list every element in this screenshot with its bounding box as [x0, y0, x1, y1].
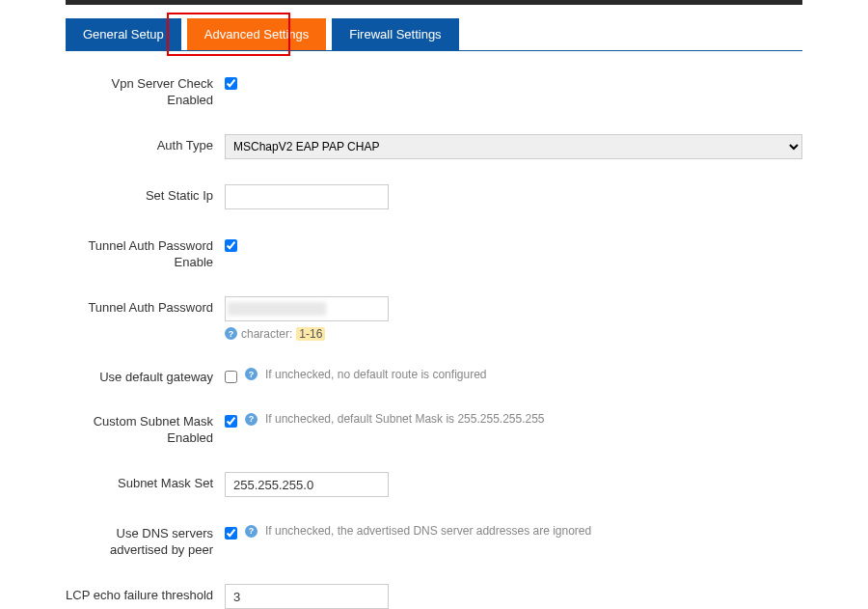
label-default-gw: Use default gateway — [66, 366, 225, 386]
label-subnet-enabled: Custom Subnet Mask Enabled — [66, 410, 225, 447]
input-tunnel-pw[interactable] — [228, 302, 326, 316]
input-lcp-fail[interactable] — [225, 584, 389, 609]
checkbox-tunnel-pw-enable[interactable] — [225, 239, 237, 252]
info-icon: ? — [225, 327, 237, 340]
label-tunnel-pw-enable: Tunnel Auth Password Enable — [66, 235, 225, 271]
label-tunnel-pw: Tunnel Auth Password — [66, 296, 225, 317]
select-auth-type[interactable]: MSChapV2 EAP PAP CHAP — [225, 134, 802, 159]
tab-firewall-settings[interactable]: Firewall Settings — [332, 18, 458, 50]
hint-subnet-enabled: If unchecked, default Subnet Mask is 255… — [265, 412, 545, 426]
input-subnet-set[interactable] — [225, 472, 389, 497]
input-static-ip[interactable] — [225, 184, 389, 209]
hint-tunnel-pw-prefix: character: — [241, 327, 292, 341]
checkbox-subnet-enabled[interactable] — [225, 415, 237, 428]
label-lcp-fail: LCP echo failure threshold — [66, 584, 225, 604]
checkbox-default-gw[interactable] — [225, 371, 237, 383]
info-icon: ? — [245, 368, 258, 380]
tab-advanced-settings[interactable]: Advanced Settings — [187, 18, 326, 50]
tab-bar: General Setup Advanced Settings Firewall… — [66, 18, 802, 51]
settings-form: Vpn Server Check Enabled Auth Type MSCha… — [66, 72, 802, 609]
label-subnet-set: Subnet Mask Set — [66, 472, 225, 492]
checkbox-vpn-check[interactable] — [225, 77, 237, 90]
tab-general-setup[interactable]: General Setup — [66, 18, 181, 50]
label-static-ip: Set Static Ip — [66, 184, 225, 205]
info-icon: ? — [245, 413, 258, 426]
hint-dns-peer: If unchecked, the advertised DNS server … — [265, 524, 591, 538]
label-dns-peer: Use DNS servers advertised by peer — [66, 522, 225, 559]
label-auth-type: Auth Type — [66, 134, 225, 154]
hint-tunnel-pw-range: 1-16 — [296, 327, 325, 341]
window-titlebar — [66, 0, 802, 5]
checkbox-dns-peer[interactable] — [225, 527, 237, 540]
label-vpn-check: Vpn Server Check Enabled — [66, 72, 225, 109]
info-icon: ? — [245, 525, 258, 538]
hint-default-gw: If unchecked, no default route is config… — [265, 368, 486, 381]
